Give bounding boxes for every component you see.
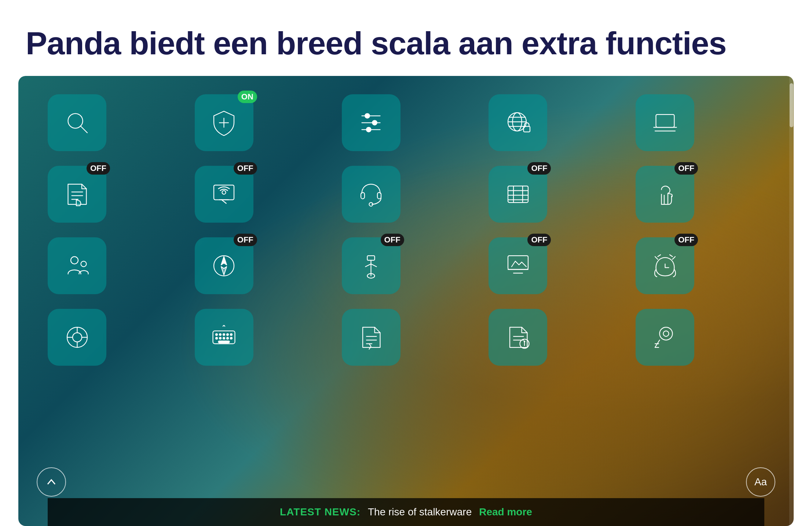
tile-vpn[interactable]: OFF [195,237,253,294]
icons-grid: ON [48,94,764,498]
tile-wifi-monitor[interactable]: OFF [195,166,253,223]
title-section: Panda biedt een breed scala aan extra fu… [18,15,794,76]
svg-rect-40 [367,256,375,260]
svg-point-57 [227,333,228,335]
svg-rect-27 [377,192,381,199]
svg-point-55 [219,333,221,335]
tile-data-info[interactable] [489,309,547,366]
svg-point-58 [230,333,232,335]
globe-lock-icon [504,109,532,136]
tile-shield[interactable]: ON [195,94,253,151]
font-size-button[interactable]: Aa [746,467,775,497]
svg-rect-26 [361,192,365,199]
svg-point-5 [365,113,370,118]
tile-search[interactable] [48,94,106,151]
svg-point-7 [372,120,377,125]
svg-point-62 [227,337,228,339]
svg-marker-38 [221,256,227,265]
scrollbar[interactable] [789,76,794,526]
tile-password[interactable] [636,309,694,366]
data-info-icon [504,324,532,351]
badge-off-1: OFF [87,162,110,175]
sliders-icon [357,109,385,136]
headset-icon [357,180,385,208]
badge-on: ON [238,91,257,103]
badge-off-5: OFF [234,234,257,246]
tile-keyboard[interactable] [195,309,253,366]
firewall-icon [504,180,532,208]
svg-rect-43 [508,256,528,270]
badge-off-6: OFF [381,234,404,246]
tile-rescue[interactable] [48,309,106,366]
svg-rect-64 [219,341,230,343]
search-icon [63,109,91,136]
monitor-icon [504,252,532,280]
bottom-bar: LATEST NEWS: The rise of stalkerware Rea… [48,498,764,526]
news-label: LATEST NEWS: [280,506,361,518]
svg-line-24 [222,200,227,203]
tile-firewall[interactable]: OFF [489,166,547,223]
tile-support[interactable] [342,166,400,223]
tile-settings[interactable] [342,94,400,151]
svg-point-74 [663,331,669,336]
svg-line-1 [80,126,87,133]
touch-icon [651,180,679,208]
svg-point-47 [73,333,82,342]
svg-rect-16 [656,114,674,127]
tile-usb[interactable]: OFF [342,237,400,294]
badge-off-3: OFF [527,162,551,175]
tile-data-shield[interactable]: OFF [48,166,106,223]
app-container: ON [18,76,794,526]
svg-point-60 [219,337,221,339]
rescue-icon [63,324,91,351]
svg-point-72 [524,341,525,342]
svg-point-56 [223,333,225,335]
news-text: The rise of stalkerware [368,506,472,518]
svg-point-63 [230,337,232,339]
usb-icon [357,252,385,280]
compass-icon [210,252,238,280]
page-title: Panda biedt een breed scala aan extra fu… [26,26,786,61]
badge-off-7: OFF [527,234,551,246]
wifi-monitor-icon [210,180,238,208]
scroll-up-button[interactable] [37,467,66,497]
svg-marker-39 [221,267,227,275]
tile-web-filter[interactable] [489,94,547,151]
svg-point-61 [223,337,225,339]
badge-off-8: OFF [674,234,698,246]
keyboard-icon [210,324,238,351]
badge-off-4: OFF [674,162,698,175]
report-icon [357,324,385,351]
shield-icon [210,109,238,136]
data-shield-icon [63,180,91,208]
tile-report[interactable] [342,309,400,366]
scrollbar-thumb[interactable] [790,83,793,127]
svg-point-25 [222,190,226,194]
laptop-icon [651,109,679,136]
app-content: ON [18,76,794,526]
tile-touch[interactable]: OFF [636,166,694,223]
svg-point-54 [216,333,217,335]
svg-point-73 [659,327,672,340]
tile-alarm[interactable]: OFF [636,237,694,294]
tile-monitor[interactable]: OFF [489,237,547,294]
badge-off-2: OFF [234,162,257,175]
read-more-link[interactable]: Read more [479,506,532,518]
tile-parental[interactable] [48,237,106,294]
svg-point-9 [366,127,371,132]
password-icon [651,324,679,351]
svg-point-59 [216,337,217,339]
svg-point-36 [81,261,86,267]
page-wrapper: Panda biedt een breed scala aan extra fu… [0,0,812,526]
alarm-icon [651,252,679,280]
svg-point-35 [71,256,78,264]
tile-device[interactable] [636,94,694,151]
parental-icon [63,252,91,280]
